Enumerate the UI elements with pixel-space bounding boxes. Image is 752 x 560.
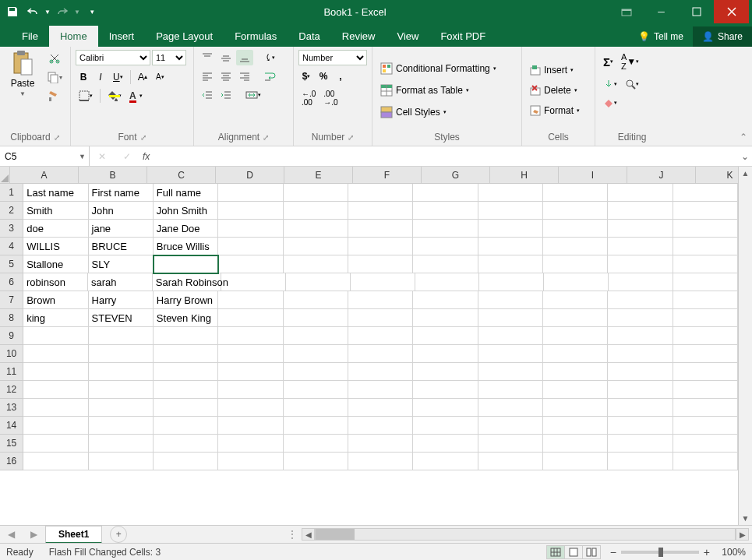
row-header[interactable]: 4 [0, 238, 23, 255]
cell[interactable]: STEVEN [89, 309, 154, 327]
name-box-dropdown-icon[interactable]: ▼ [79, 153, 86, 160]
font-name-select[interactable]: Calibri [76, 50, 150, 65]
cell[interactable] [673, 453, 738, 470]
cell[interactable] [608, 220, 673, 238]
column-header[interactable]: D [216, 167, 284, 184]
cell[interactable] [413, 345, 478, 363]
merge-button[interactable]: ▾ [242, 87, 264, 103]
comma-style-button[interactable]: , [333, 69, 348, 84]
save-icon[interactable] [3, 2, 22, 21]
vertical-scrollbar[interactable]: ▲ ▼ [738, 167, 752, 525]
cell[interactable] [673, 327, 738, 345]
cell[interactable] [413, 184, 478, 202]
cell[interactable]: Jane Doe [154, 220, 218, 238]
shrink-font-button[interactable]: A▾ [152, 69, 168, 85]
zoom-out-button[interactable]: − [610, 546, 616, 558]
cell[interactable]: doe [23, 220, 88, 238]
undo-icon[interactable] [23, 2, 42, 21]
cell[interactable] [154, 363, 218, 381]
row-header[interactable]: 15 [0, 435, 23, 453]
cell[interactable] [218, 327, 283, 345]
font-color-button[interactable]: A▾ [126, 88, 146, 104]
row-header[interactable]: 10 [0, 345, 23, 363]
cell[interactable]: Steven King [154, 309, 218, 327]
cell[interactable] [284, 345, 348, 363]
cell[interactable] [284, 238, 348, 255]
cell[interactable] [286, 273, 351, 291]
formula-input[interactable] [153, 151, 738, 162]
cell[interactable] [348, 435, 413, 453]
cell[interactable] [348, 255, 413, 273]
column-header[interactable]: I [559, 167, 627, 184]
cell[interactable] [218, 220, 283, 238]
cell[interactable]: jane [89, 220, 154, 238]
cell[interactable] [543, 435, 608, 453]
cell[interactable] [673, 273, 738, 291]
new-sheet-button[interactable]: + [110, 526, 127, 543]
cell[interactable] [478, 291, 543, 309]
cell[interactable] [673, 220, 738, 238]
decrease-decimal-button[interactable]: .00→.0 [320, 87, 341, 109]
scroll-right-icon[interactable]: ▶ [736, 528, 749, 541]
cell[interactable] [413, 327, 478, 345]
cell[interactable] [413, 363, 478, 381]
cell[interactable]: WILLIS [23, 238, 88, 255]
row-header[interactable]: 2 [0, 202, 23, 220]
underline-button[interactable]: U▾ [110, 69, 126, 85]
cell[interactable] [543, 381, 608, 399]
cell[interactable] [673, 435, 738, 453]
cell[interactable] [543, 238, 608, 255]
percent-button[interactable]: % [316, 69, 331, 84]
cell[interactable] [284, 291, 348, 309]
cell[interactable]: king [23, 309, 88, 327]
cell[interactable]: First name [89, 184, 154, 202]
cell[interactable] [413, 202, 478, 220]
align-right-button[interactable] [236, 69, 253, 84]
cell[interactable] [218, 399, 283, 417]
clipboard-dialog-icon[interactable]: ⤢ [54, 133, 60, 142]
tell-me[interactable]: 💡Tell me [629, 26, 693, 47]
cell[interactable] [478, 417, 543, 435]
increase-decimal-button[interactable]: ←.0.00 [298, 87, 319, 109]
tab-foxit-pdf[interactable]: Foxit PDF [429, 26, 496, 47]
cell[interactable] [608, 399, 673, 417]
qat-customize-icon[interactable]: ▾ [83, 2, 101, 21]
cell[interactable]: Bruce Willis [154, 238, 218, 255]
cell[interactable] [154, 327, 218, 345]
increase-indent-button[interactable] [217, 87, 235, 103]
cell[interactable] [284, 184, 348, 202]
cell[interactable] [284, 255, 348, 273]
cell[interactable] [415, 273, 480, 291]
decrease-indent-button[interactable] [199, 87, 216, 103]
sort-filter-button[interactable]: AZ▼▾ [618, 50, 642, 73]
cell[interactable] [89, 363, 154, 381]
cell[interactable] [478, 435, 543, 453]
cell[interactable] [478, 220, 543, 238]
tab-data[interactable]: Data [288, 26, 330, 47]
cell[interactable]: John [89, 202, 154, 220]
autosum-button[interactable]: Σ▾ [600, 53, 616, 71]
cell[interactable]: BRUCE [89, 238, 154, 255]
cell[interactable] [478, 202, 543, 220]
cell[interactable] [673, 238, 738, 255]
cell[interactable] [284, 309, 348, 327]
fx-icon[interactable]: fx [139, 151, 153, 162]
cell[interactable] [609, 273, 673, 291]
cell[interactable]: Smith [23, 202, 88, 220]
cell[interactable] [413, 255, 478, 273]
tab-view[interactable]: View [386, 26, 429, 47]
cell[interactable] [479, 273, 544, 291]
cell[interactable] [284, 363, 348, 381]
font-size-select[interactable]: 11 [152, 50, 186, 65]
cell[interactable] [608, 184, 673, 202]
cell[interactable]: Full name [154, 184, 218, 202]
cell[interactable] [413, 381, 478, 399]
cell[interactable] [23, 327, 88, 345]
cell[interactable] [543, 255, 608, 273]
horizontal-scrollbar[interactable]: ⋮ ◀ ▶ [283, 528, 749, 541]
tab-review[interactable]: Review [331, 26, 387, 47]
cell[interactable] [413, 220, 478, 238]
select-all-button[interactable] [0, 167, 10, 184]
align-left-button[interactable] [199, 69, 216, 84]
cell[interactable] [478, 453, 543, 470]
